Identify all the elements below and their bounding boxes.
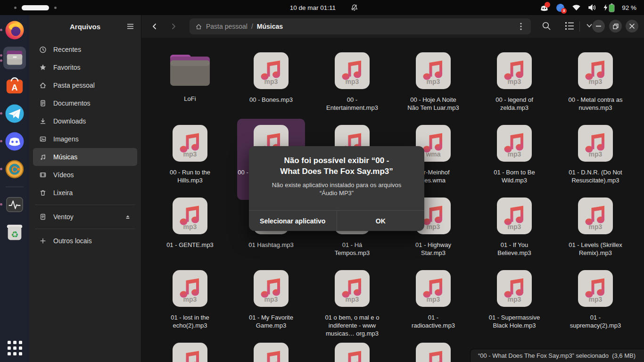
video-icon [39, 171, 47, 179]
folder-icon [169, 52, 211, 89]
file-item[interactable]: mp3 01 - Levels (Skrillex Remix).mp3 [555, 197, 636, 270]
file-item[interactable]: mp3 01 - Supermassive Black Hole.mp3 [474, 270, 555, 342]
show-applications-button[interactable] [8, 341, 22, 355]
mp3-file-icon: mp3 [171, 124, 209, 162]
dialog-title: Não foi possível exibir “00 - What Does … [258, 155, 415, 177]
search-icon[interactable] [541, 21, 552, 31]
workspace-active-pill[interactable] [22, 5, 49, 10]
star-icon [39, 64, 47, 71]
svg-text:mp3: mp3 [589, 223, 603, 230]
dock-item-system-monitor[interactable] [3, 193, 26, 216]
sidebar-item-label: Favoritos [53, 64, 81, 71]
download-icon [39, 117, 47, 125]
sidebar: Arquivos RecentesFavoritosPasta pessoalD… [29, 15, 141, 362]
wifi-icon[interactable] [572, 4, 581, 11]
ubuntu-software-icon: A [5, 76, 25, 96]
dock-item-ubuntu-software[interactable]: A [3, 74, 26, 97]
file-item[interactable]: mp3 00 - legend of zelda.mp3 [474, 52, 555, 124]
sidebar-item-label: Ventoy [53, 213, 74, 221]
notifications-muted-icon [351, 4, 358, 11]
file-item[interactable]: mp3 01 - radioactive.mp3 [393, 270, 474, 342]
mp3-file-icon: mp3 [577, 124, 614, 162]
file-item[interactable]: mp3 00 - Run to the Hills.mp3 [149, 124, 231, 197]
discord-tray-icon[interactable] [540, 3, 549, 12]
sidebar-item-downloads[interactable]: Downloads [33, 112, 137, 130]
sidebar-item-ventoy[interactable]: Ventoy [33, 208, 137, 226]
path-bar[interactable]: Pasta pessoal / Músicas [190, 18, 531, 34]
sidebar-item-lixeira[interactable]: Lixeira [33, 184, 137, 202]
file-item[interactable]: mp3 01 - GENTE.mp3 [149, 197, 231, 270]
mp3-file-icon: mp3 [414, 270, 452, 307]
file-item[interactable]: mp3 00 - Entertainment.mp3 [312, 52, 393, 124]
workspace-indicator[interactable] [14, 0, 57, 15]
sidebar-item-label: Documentos [53, 99, 91, 107]
file-item[interactable]: mp3 01 - D.N.R. (Do Not Resuscitate).mp3 [555, 124, 636, 197]
file-label: 01 Hashtag.mp3 [248, 241, 293, 249]
clock-label[interactable]: 10 de mar 01:11 [290, 4, 336, 11]
sidebar-item-músicas[interactable]: Músicas [33, 148, 137, 166]
sidebar-item-vídeos[interactable]: Vídeos [33, 166, 137, 184]
breadcrumb-root[interactable]: Pasta pessoal [206, 23, 248, 30]
dock-item-discord[interactable] [3, 130, 26, 153]
svg-text:mp3: mp3 [427, 78, 440, 85]
toolbar-separator [579, 21, 580, 32]
folder-item[interactable]: LoFi [149, 52, 231, 124]
file-item[interactable]: mp3 01 - Born to Be Wild.mp3 [474, 124, 555, 197]
list-view-icon[interactable] [565, 22, 574, 30]
battery-charging-icon[interactable] [603, 3, 615, 12]
sidebar-separator [35, 205, 135, 205]
sidebar-item-outros-locais[interactable]: Outros locais [33, 232, 137, 250]
maximize-button[interactable] [609, 20, 622, 33]
sidebar-item-favoritos[interactable]: Favoritos [33, 58, 137, 76]
minimize-button[interactable] [592, 20, 605, 33]
eject-icon[interactable] [124, 213, 132, 220]
sidebar-item-documentos[interactable]: Documentos [33, 94, 137, 112]
file-item[interactable]: mp3 01 o bem, o mal e o indiferente - ww… [312, 270, 393, 342]
forward-button[interactable] [166, 19, 181, 34]
dock-item-trash[interactable]: ♻ [3, 221, 26, 244]
select-application-button[interactable]: Selecionar aplicativo [249, 211, 337, 231]
sidebar-item-pasta-pessoal[interactable]: Pasta pessoal [33, 76, 137, 94]
app-tray-icon[interactable]: 3 [556, 3, 565, 12]
file-item[interactable]: mp3 01 - My Favorite Game.mp3 [231, 270, 312, 342]
breadcrumb-current[interactable]: Músicas [257, 23, 283, 30]
volume-icon[interactable] [588, 4, 596, 11]
file-item-partial[interactable]: mp3 [393, 342, 474, 362]
file-item[interactable]: mp3 00 - Hoje A Noite Não Tem Luar.mp3 [393, 52, 474, 124]
file-item[interactable]: mp3 00 - Metal contra as nuvens.mp3 [555, 52, 636, 124]
dock-item-files[interactable] [3, 47, 26, 69]
workspace-dot[interactable] [54, 7, 57, 9]
file-item-partial[interactable]: mp3 [149, 342, 231, 362]
clock-area[interactable]: 10 de mar 01:11 [290, 0, 358, 15]
path-menu-icon[interactable] [515, 22, 527, 31]
workspace-dot[interactable] [14, 7, 17, 9]
dock-item-firefox[interactable] [3, 19, 26, 41]
back-button[interactable] [147, 19, 162, 34]
file-item-partial[interactable]: mp3 [231, 342, 312, 362]
system-tray[interactable]: 3 92 % [540, 0, 644, 15]
telegram-icon [4, 103, 25, 124]
file-label: 01 - Há Tempos.mp3 [335, 241, 370, 257]
file-item[interactable]: mp3 01 - If You Believe.mp3 [474, 197, 555, 270]
dock-item-xnview[interactable]: C [3, 158, 26, 181]
svg-text:mp3: mp3 [427, 223, 440, 230]
file-label: 01 - radioactive.mp3 [412, 313, 455, 329]
document-icon [39, 99, 47, 107]
file-item-partial[interactable]: mp3 [312, 342, 393, 362]
file-item[interactable]: mp3 01 - supremacy(2).mp3 [555, 270, 636, 342]
file-label: 00 - Metal contra as nuvens.mp3 [569, 96, 623, 112]
hamburger-menu-icon[interactable] [125, 22, 135, 31]
dock-item-telegram[interactable] [3, 102, 26, 125]
running-indicator-dot [0, 59, 2, 62]
sidebar-item-recentes[interactable]: Recentes [33, 41, 137, 58]
svg-text:♻: ♻ [11, 230, 18, 239]
close-button[interactable] [626, 20, 638, 33]
dock: AC♻ [0, 15, 29, 362]
file-item[interactable]: mp3 00 - Bones.mp3 [231, 52, 312, 124]
sidebar-item-imagens[interactable]: Imagens [33, 130, 137, 148]
file-label: 01 - Levels (Skrillex Remix).mp3 [569, 241, 622, 257]
file-item[interactable]: mp3 01 - lost in the echo(2).mp3 [149, 270, 231, 342]
mp3-file-icon: mp3 [171, 342, 209, 362]
svg-text:wma: wma [425, 150, 440, 158]
ok-button[interactable]: OK [337, 211, 425, 231]
